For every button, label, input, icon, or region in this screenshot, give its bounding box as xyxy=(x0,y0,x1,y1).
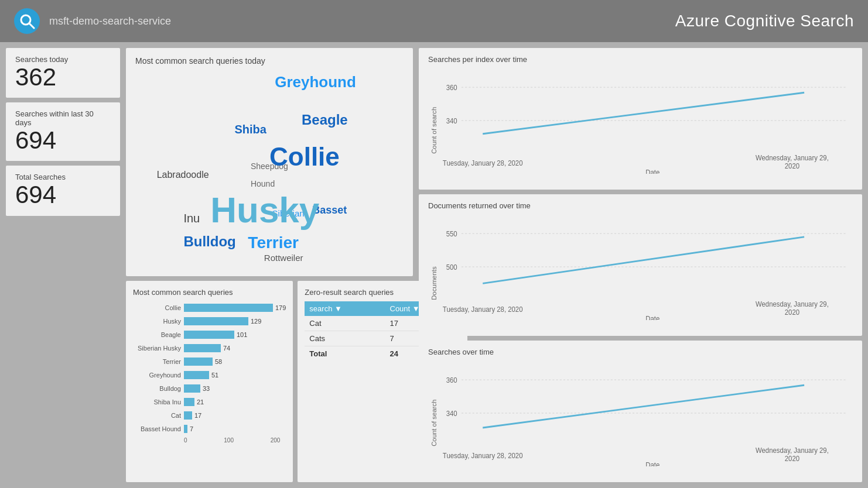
word-cloud-area: GreyhoundBeagleShibaSheepdogHoundCollieL… xyxy=(135,69,404,262)
bar-row: Collie 179 xyxy=(133,303,286,313)
bar-fill xyxy=(184,358,213,366)
bar-x-axis: 0 100 200 xyxy=(133,437,286,444)
word-cloud-word: Terrier xyxy=(248,233,299,252)
cell-search: Cat xyxy=(305,316,385,331)
documents-returned-card: Documents returned over time Documents 5… xyxy=(419,194,862,336)
svg-text:Tuesday, January 28, 2020: Tuesday, January 28, 2020 xyxy=(443,159,523,168)
app-header: msft-demo-search-service Azure Cognitive… xyxy=(0,0,868,42)
svg-line-1 xyxy=(29,23,34,28)
word-cloud-word: Greyhound xyxy=(275,73,356,91)
bar-fill xyxy=(184,384,200,393)
cell-search: Cats xyxy=(305,331,385,346)
word-cloud-word: Hound xyxy=(251,179,275,188)
searches-per-index-chart: Count of search 360 340 Tuesday, January… xyxy=(428,67,853,174)
bar-label: Shiba Inu xyxy=(133,398,181,405)
word-cloud-word: Inu xyxy=(183,212,200,225)
svg-line-27 xyxy=(483,385,804,428)
bar-row: Bulldog 33 xyxy=(133,383,286,394)
x-label-100: 100 xyxy=(224,437,234,444)
right-panel: Searches per index over time Count of se… xyxy=(419,48,862,482)
bar-value: 21 xyxy=(197,398,204,405)
bar-row: Greyhound 51 xyxy=(133,370,286,380)
svg-text:Date: Date xyxy=(645,315,659,320)
svg-text:340: 340 xyxy=(446,116,457,125)
total-searches-value: 694 xyxy=(15,181,111,208)
svg-text:550: 550 xyxy=(446,229,457,238)
word-cloud-word: Bulldog xyxy=(183,233,235,250)
bottom-middle: Most common search queries Collie 179 Hu… xyxy=(126,281,413,482)
svg-text:Wednesday, January 29,: Wednesday, January 29, xyxy=(756,446,829,455)
svg-text:Documents: Documents xyxy=(431,266,438,300)
svg-text:Count of search: Count of search xyxy=(431,107,438,154)
word-cloud-word: Rottweiler xyxy=(264,253,303,263)
svg-text:Tuesday, January 28, 2020: Tuesday, January 28, 2020 xyxy=(443,305,523,314)
word-cloud-word: Labradoodle xyxy=(157,170,209,180)
bar-chart-card: Most common search queries Collie 179 Hu… xyxy=(126,281,293,482)
bar-value: 129 xyxy=(251,318,261,325)
total-label: Total xyxy=(305,346,385,362)
col-search: search ▼ xyxy=(305,301,385,316)
searches-over-time-card: Searches over time Count of search 360 3… xyxy=(419,341,862,482)
bar-label: Husky xyxy=(133,318,181,325)
x-label-0: 0 xyxy=(184,437,187,444)
header-left: msft-demo-search-service xyxy=(14,8,171,34)
bar-fill xyxy=(184,304,273,312)
searches-over-time-title: Searches over time xyxy=(428,348,853,356)
bar-value: 101 xyxy=(237,331,247,338)
documents-returned-svg: Documents 550 500 Tuesday, January 28, 2… xyxy=(428,214,853,320)
bar-value: 179 xyxy=(275,304,286,311)
left-panel: Searches today 362 Searches within last … xyxy=(6,48,120,482)
x-label-200: 200 xyxy=(271,437,281,444)
bar-fill xyxy=(184,371,209,379)
svg-text:Wednesday, January 29,: Wednesday, January 29, xyxy=(756,154,829,163)
bar-fill xyxy=(184,425,187,433)
bar-chart-rows: Collie 179 Husky 129 Beagle 101 Siberian… xyxy=(133,303,286,434)
bar-fill xyxy=(184,331,234,339)
svg-text:Date: Date xyxy=(645,169,659,174)
bar-label: Beagle xyxy=(133,331,181,338)
bar-fill xyxy=(184,411,192,420)
bar-row: Beagle 101 xyxy=(133,329,286,340)
word-cloud-word: Shiba xyxy=(234,123,266,136)
svg-text:Count of search: Count of search xyxy=(431,400,438,446)
svg-text:340: 340 xyxy=(446,409,457,418)
searches-today-label: Searches today xyxy=(15,55,111,64)
svg-text:2020: 2020 xyxy=(785,308,800,317)
searches-30days-label: Searches within last 30 days xyxy=(15,109,111,127)
svg-text:Tuesday, January 28, 2020: Tuesday, January 28, 2020 xyxy=(443,452,523,460)
middle-panel: Most common search queries today Greyhou… xyxy=(126,48,413,482)
bar-label: Cat xyxy=(133,412,181,419)
bar-label: Terrier xyxy=(133,358,181,365)
searches-30days-value: 694 xyxy=(15,127,111,154)
searches-today-value: 362 xyxy=(15,64,111,91)
svg-text:Wednesday, January 29,: Wednesday, January 29, xyxy=(756,300,829,309)
searches-per-index-svg: Count of search 360 340 Tuesday, January… xyxy=(428,67,853,174)
svg-line-17 xyxy=(483,237,804,284)
bar-label: Siberian Husky xyxy=(133,345,181,352)
searches-30days-card: Searches within last 30 days 694 xyxy=(6,102,120,161)
svg-text:360: 360 xyxy=(446,376,457,384)
bar-label: Basset Hound xyxy=(133,425,181,432)
searches-per-index-card: Searches per index over time Count of se… xyxy=(419,48,862,190)
bar-value: 17 xyxy=(194,412,201,419)
word-cloud-card: Most common search queries today Greyhou… xyxy=(126,48,413,276)
bar-row: Terrier 58 xyxy=(133,356,286,367)
bar-row: Cat 17 xyxy=(133,410,286,421)
bar-label: Collie xyxy=(133,304,181,311)
svg-text:Date: Date xyxy=(645,461,659,466)
bar-row: Shiba Inu 21 xyxy=(133,397,286,407)
svg-text:360: 360 xyxy=(446,83,457,92)
total-searches-label: Total Searches xyxy=(15,173,111,181)
bar-chart-title: Most common search queries xyxy=(133,288,286,297)
bar-row: Siberian Husky 74 xyxy=(133,343,286,353)
bar-fill xyxy=(184,317,248,325)
bar-row: Basset Hound 7 xyxy=(133,424,286,434)
bar-label: Greyhound xyxy=(133,372,181,379)
word-cloud-word: Husky xyxy=(210,189,319,231)
searches-over-time-svg: Count of search 360 340 Tuesday, January… xyxy=(428,360,853,466)
svg-text:2020: 2020 xyxy=(785,161,800,170)
searches-today-card: Searches today 362 xyxy=(6,48,120,98)
svg-text:2020: 2020 xyxy=(785,454,800,463)
page-title: Azure Cognitive Search xyxy=(675,12,854,30)
bar-fill xyxy=(184,398,194,406)
